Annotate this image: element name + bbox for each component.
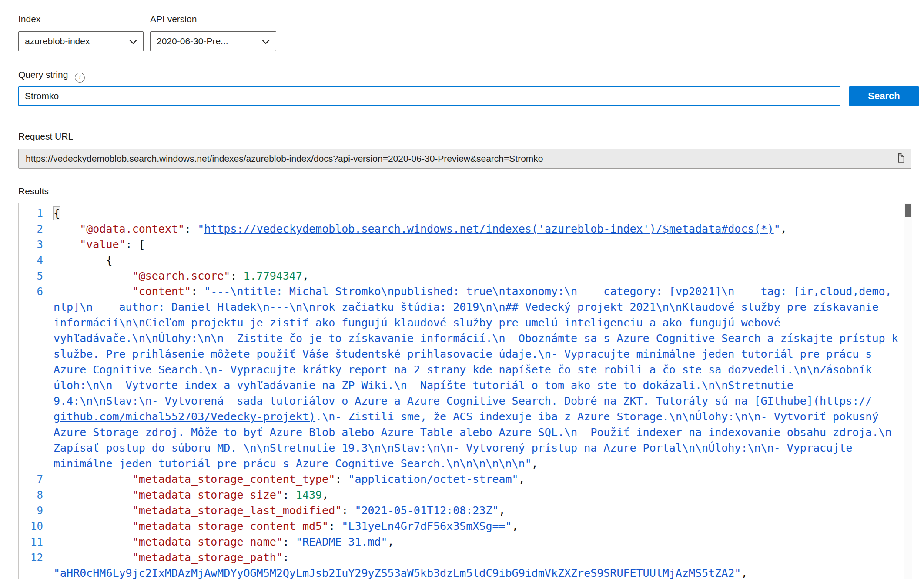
code-token: "metadata_storage_path": [54, 551, 283, 564]
code-token: 1.7794347: [244, 270, 302, 282]
request-url-value: https://vedeckydemoblob.search.windows.n…: [26, 153, 543, 164]
code-line-content: "metadata_storage_content_type": "applic…: [54, 472, 904, 487]
code-token: ,: [388, 536, 394, 548]
code-token: ,: [499, 504, 506, 517]
code-token: "metadata_storage_name": [54, 536, 283, 548]
code-token: "value": [54, 238, 126, 251]
code-token: :: [191, 285, 204, 298]
indent-guide: [54, 221, 54, 237]
query-string-input[interactable]: [18, 86, 840, 106]
indent-guide: [106, 550, 106, 566]
indent-guide: [80, 550, 80, 566]
api-version-select[interactable]: 2020-06-30-Pre...: [150, 31, 276, 51]
code-line-content: "content": "---\ntitle: Michal Stromko\n…: [54, 284, 904, 472]
indent-guide: [54, 503, 54, 519]
line-number: 11: [19, 534, 54, 550]
indent-guide: [80, 268, 80, 284]
copy-icon: [896, 153, 905, 165]
code-link[interactable]: https://vedeckydemoblob.search.windows.n…: [204, 223, 773, 235]
code-line: 2 "@odata.context": "https://vedeckydemo…: [19, 221, 904, 237]
api-version-label: API version: [150, 14, 197, 24]
info-icon[interactable]: i: [75, 73, 85, 83]
code-token: "metadata_storage_size": [54, 489, 283, 501]
code-token: :: [335, 473, 348, 486]
code-token: ,: [780, 223, 787, 235]
index-select-value: azureblob-index: [25, 36, 90, 47]
results-label: Results: [18, 186, 49, 196]
indent-guide: [106, 284, 106, 299]
indent-guide: [80, 503, 80, 519]
indent-guide: [54, 534, 54, 550]
code-token: :: [184, 223, 198, 235]
indent-guide: [106, 519, 106, 534]
code-token: :: [283, 489, 296, 501]
indent-guide: [54, 519, 54, 534]
code-token: "metadata_storage_content_type": [54, 473, 335, 486]
code-token: "aHR0cHM6Ly9jc2IxMDAzMjAwMDYyOGM5M2QyLmJ…: [54, 567, 741, 579]
scrollbar-thumb[interactable]: [905, 204, 911, 217]
indent-guide: [80, 253, 80, 268]
code-token: "README 31.md": [296, 536, 388, 548]
code-token: "metadata_storage_content_md5": [54, 520, 328, 532]
code-token: "content": [54, 285, 191, 298]
code-token: ": [774, 223, 780, 235]
indent-guide: [106, 503, 106, 519]
indent-guide: [80, 487, 80, 503]
code-token: ,: [532, 457, 538, 470]
indent-guide: [54, 472, 54, 487]
code-token: : [: [126, 238, 145, 251]
code-token: "@odata.context": [54, 223, 184, 235]
indent-guide: [80, 519, 80, 534]
query-string-label-text: Query string: [18, 70, 68, 80]
line-number: 7: [19, 472, 54, 487]
index-label: Index: [18, 14, 40, 24]
code-line: 11 "metadata_storage_name": "README 31.m…: [19, 534, 904, 550]
indent-guide: [80, 284, 80, 299]
code-token: ,: [519, 473, 525, 486]
code-token: :: [328, 520, 341, 532]
code-line-content: "metadata_storage_size": 1439,: [54, 487, 904, 503]
code-line: 12 "metadata_storage_path": "aHR0cHM6Ly9…: [19, 550, 904, 579]
request-url-field[interactable]: https://vedeckydemoblob.search.windows.n…: [18, 149, 911, 169]
search-button[interactable]: Search: [849, 86, 919, 106]
code-line: 10 "metadata_storage_content_md5": "L31y…: [19, 519, 904, 534]
indent-guide: [54, 284, 54, 299]
code-line: 4 {: [19, 253, 904, 268]
code-token: :: [283, 536, 296, 548]
code-line: 6 "content": "---\ntitle: Michal Stromko…: [19, 284, 904, 472]
line-number: 9: [19, 503, 54, 519]
code-line-content: "value": [: [54, 237, 904, 253]
copy-button[interactable]: [894, 153, 907, 165]
code-token: "application/octet-stream": [348, 473, 518, 486]
line-number: 2: [19, 221, 54, 237]
search-explorer-page: { "form": { "index_label": "Index", "ind…: [0, 0, 924, 579]
chevron-down-icon: [262, 36, 270, 47]
code-token: "L31yeLn4Gr7dF56x3SmXSg==": [341, 520, 512, 532]
code-line: 1{: [19, 206, 904, 221]
results-code: 1{2 "@odata.context": "https://vedeckyde…: [19, 206, 904, 579]
code-line: 8 "metadata_storage_size": 1439,: [19, 487, 904, 503]
code-token: ,: [741, 567, 747, 579]
code-token: 1439: [296, 489, 322, 501]
indent-guide: [80, 534, 80, 550]
code-link[interactable]: github.com/michal552703/Vedecky-projekt): [54, 410, 315, 423]
line-number: 8: [19, 487, 54, 503]
code-token: ,: [512, 520, 519, 532]
code-line-content: {: [54, 206, 904, 221]
code-link[interactable]: https://: [820, 395, 872, 407]
code-token: :: [283, 551, 296, 564]
index-select[interactable]: azureblob-index: [18, 31, 144, 51]
code-token: ,: [322, 489, 328, 501]
line-number: 3: [19, 237, 54, 253]
line-number: 5: [19, 268, 54, 284]
code-token: "metadata_storage_last_modified": [54, 504, 341, 517]
indent-guide: [54, 237, 54, 253]
vertical-scrollbar[interactable]: [904, 203, 912, 579]
code-token: :: [230, 270, 243, 282]
indent-guide: [54, 268, 54, 284]
code-line: 3 "value": [: [19, 237, 904, 253]
api-version-select-value: 2020-06-30-Pre...: [157, 36, 228, 47]
query-string-label: Query string i: [18, 70, 85, 83]
indent-guide: [80, 472, 80, 487]
line-number: 10: [19, 519, 54, 534]
